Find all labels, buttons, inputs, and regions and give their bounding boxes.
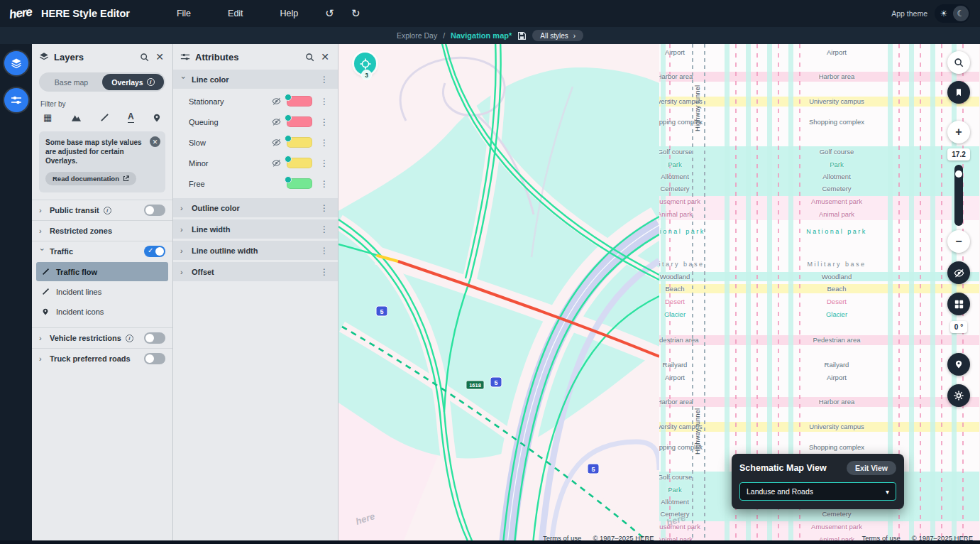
buildings-filter-icon[interactable]: ▦: [43, 112, 52, 123]
terrain-filter-icon[interactable]: [71, 114, 82, 122]
color-swatch[interactable]: [287, 96, 312, 107]
redo-icon[interactable]: ↻: [343, 7, 369, 20]
close-icon[interactable]: ✕: [319, 51, 331, 62]
attributes-panel-button[interactable]: [4, 88, 28, 112]
section-line-outline-width[interactable]: › Line outline width ⋮: [173, 241, 338, 260]
layers-tabs: Base map Overlays i: [39, 72, 165, 92]
layers-panel-button[interactable]: [4, 51, 28, 75]
traffic-toggle[interactable]: [144, 246, 165, 257]
color-swatch[interactable]: [287, 116, 312, 127]
visibility-off-icon[interactable]: [272, 97, 281, 106]
modules-button[interactable]: [947, 293, 970, 315]
truck-preferred-roads-toggle[interactable]: [144, 353, 165, 364]
zoom-level-value[interactable]: 17.2: [947, 148, 969, 161]
menu-edit[interactable]: Edit: [209, 9, 262, 18]
here-logo[interactable]: here: [0, 6, 41, 21]
visibility-off-icon[interactable]: [272, 138, 281, 147]
color-swatch[interactable]: [287, 158, 312, 168]
schematic-label: Railyard: [659, 361, 714, 369]
all-styles-button[interactable]: All styles ›: [532, 30, 583, 41]
route-shield-green: 1618: [466, 381, 484, 389]
public-transit-toggle[interactable]: [144, 205, 165, 216]
menu-file[interactable]: File: [158, 9, 209, 18]
attribute-row-stationary[interactable]: Stationary ⋮: [173, 91, 338, 111]
section-line-width[interactable]: › Line width ⋮: [173, 219, 338, 239]
schematic-layer-dropdown[interactable]: Landuse and Roads ▾: [739, 482, 896, 501]
layer-group-public-transit[interactable]: › Public transit i: [32, 200, 172, 220]
kebab-menu-icon[interactable]: ⋮: [318, 179, 331, 189]
layer-group-vehicle-restrictions[interactable]: › Vehicle restrictions i: [32, 327, 172, 348]
zoom-slider-knob[interactable]: [955, 170, 962, 178]
current-style-name[interactable]: Navigation map*: [451, 31, 512, 40]
kebab-menu-icon[interactable]: ⋮: [318, 203, 331, 213]
road-stripe: [725, 44, 730, 544]
layer-group-traffic[interactable]: › Traffic: [32, 241, 172, 261]
zoom-out-button[interactable]: −: [947, 230, 970, 253]
kebab-menu-icon[interactable]: ⋮: [318, 224, 331, 234]
chevron-right-icon: ›: [180, 225, 187, 234]
undo-icon[interactable]: ↺: [316, 7, 343, 20]
attribute-row-slow[interactable]: Slow ⋮: [173, 132, 338, 153]
layer-group-restricted-zones[interactable]: › Restricted zones: [32, 220, 172, 241]
color-swatch[interactable]: [287, 178, 312, 189]
attribute-label: Queuing: [189, 118, 272, 126]
bookmark-button[interactable]: [947, 81, 970, 104]
section-label: Line outline width: [192, 246, 313, 255]
menu-help[interactable]: Help: [262, 9, 317, 18]
kebab-menu-icon[interactable]: ⋮: [318, 138, 331, 148]
light-theme-button[interactable]: ☀: [936, 6, 952, 21]
layer-item-traffic-flow[interactable]: Traffic flow: [36, 262, 168, 281]
kebab-menu-icon[interactable]: ⋮: [318, 267, 331, 277]
schematic-label: University campus: [659, 97, 714, 105]
visibility-off-icon[interactable]: [272, 158, 281, 168]
poi-filter-icon[interactable]: [153, 113, 161, 123]
schematic-label: Beach: [659, 285, 714, 293]
info-icon: i: [104, 207, 111, 214]
tab-overlays[interactable]: Overlays i: [102, 74, 164, 90]
attributes-panel: Attributes ✕ › Line color ⋮ Stationary ⋮…: [173, 44, 338, 544]
layer-item-incident-lines[interactable]: Incident lines: [36, 282, 168, 301]
vehicle-restrictions-toggle[interactable]: [144, 332, 165, 344]
dismiss-notice-icon[interactable]: ✕: [150, 136, 160, 147]
hide-overlays-button[interactable]: [947, 261, 970, 284]
tab-base-map[interactable]: Base map: [40, 74, 102, 90]
info-icon: i: [147, 78, 155, 86]
kebab-menu-icon[interactable]: ⋮: [318, 158, 331, 168]
pin-icon: [42, 308, 50, 316]
save-style-icon[interactable]: [517, 31, 527, 40]
layer-item-incident-icons[interactable]: Incident icons: [36, 302, 168, 321]
schematic-label: Animal park: [798, 210, 876, 218]
close-icon[interactable]: ✕: [154, 51, 165, 62]
attribute-row-queuing[interactable]: Queuing ⋮: [173, 111, 338, 132]
zoom-in-button[interactable]: +: [947, 121, 970, 143]
kebab-menu-icon[interactable]: ⋮: [318, 97, 331, 107]
attribute-row-free[interactable]: Free ⋮: [173, 173, 338, 194]
kebab-menu-icon[interactable]: ⋮: [318, 117, 331, 127]
section-line-color[interactable]: › Line color ⋮: [173, 70, 338, 89]
map-search-button[interactable]: [947, 51, 970, 74]
map-settings-button[interactable]: [947, 384, 970, 407]
lines-filter-icon[interactable]: [100, 113, 109, 122]
attribute-row-minor[interactable]: Minor ⋮: [173, 153, 338, 173]
visibility-off-icon[interactable]: [272, 117, 281, 126]
layer-group-truck-preferred-roads[interactable]: › Truck preferred roads: [32, 348, 172, 369]
map-mode-button[interactable]: [947, 353, 970, 376]
section-offset[interactable]: › Offset ⋮: [173, 262, 338, 281]
dark-theme-button[interactable]: ☾: [953, 6, 969, 21]
map-canvas[interactable]: 5 5 5 1618: [338, 44, 659, 544]
schematic-label: National park: [798, 228, 876, 236]
color-swatch[interactable]: [287, 137, 312, 148]
map-viewport[interactable]: 5 5 5 1618 Highway tunnelHighway tunnelR…: [338, 44, 980, 544]
notice-text: Some base map style values are adjusted …: [45, 138, 145, 165]
read-documentation-button[interactable]: Read documentation: [45, 172, 136, 185]
search-icon[interactable]: [305, 53, 314, 62]
kebab-menu-icon[interactable]: ⋮: [318, 75, 331, 85]
style-group-name[interactable]: Explore Day: [397, 31, 437, 40]
exit-view-button[interactable]: Exit View: [847, 461, 896, 475]
labels-filter-icon[interactable]: A: [128, 112, 134, 122]
section-outline-color[interactable]: › Outline color ⋮: [173, 198, 338, 217]
bearing-value[interactable]: 0 °: [950, 321, 967, 333]
zoom-slider[interactable]: [954, 165, 963, 226]
search-icon[interactable]: [140, 53, 149, 62]
kebab-menu-icon[interactable]: ⋮: [318, 246, 331, 256]
